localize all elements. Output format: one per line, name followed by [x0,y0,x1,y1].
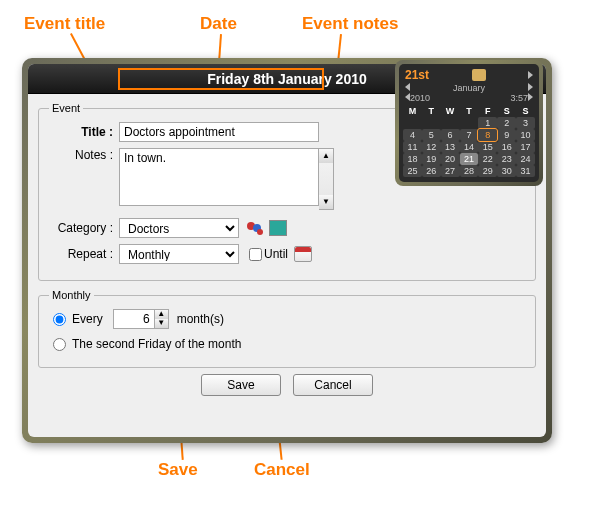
calendar-day[interactable]: 3 [516,117,535,129]
month-prev-icon[interactable] [405,83,410,91]
dow-header: F [478,105,497,117]
calendar-day[interactable]: 12 [422,141,441,153]
repeat-select[interactable]: Monthly [119,244,239,264]
calendar-day[interactable]: 15 [478,141,497,153]
calendar-day[interactable]: 30 [497,165,516,177]
calendar-day[interactable]: 22 [478,153,497,165]
calendar-day[interactable]: 21 [460,153,479,165]
calendar-day[interactable]: 2 [497,117,516,129]
notes-label: Notes : [49,148,119,162]
calendar-day[interactable]: 19 [422,153,441,165]
title-input[interactable] [119,122,319,142]
annotation-cancel: Cancel [254,460,310,480]
calendar-day[interactable]: 1 [478,117,497,129]
notes-scrollbar[interactable]: ▲▼ [319,148,334,210]
category-color-swatch[interactable] [269,220,287,236]
annotation-save: Save [158,460,198,480]
calendar-day [460,117,479,129]
repeat-label: Repeat : [49,247,119,261]
every-value-input[interactable] [114,312,154,326]
spinner-down-icon[interactable]: ▼ [154,319,168,328]
calendar-day[interactable]: 24 [516,153,535,165]
calendar-day[interactable]: 4 [403,129,422,141]
calendar-day[interactable]: 10 [516,129,535,141]
calendar-gadget: 21st January 2010 3:57 MTWTFSS 123456789… [395,60,543,186]
calendar-day[interactable]: 25 [403,165,422,177]
annotation-event-title: Event title [24,14,105,34]
dow-header: S [516,105,535,117]
every-radio[interactable] [53,313,66,326]
monthly-fieldset: Monthly Every ▲ ▼ month(s) The second Fr… [38,289,536,368]
svg-point-2 [257,229,263,235]
calendar-day[interactable]: 11 [403,141,422,153]
event-legend: Event [49,102,83,114]
dow-header: W [441,105,460,117]
category-label: Category : [49,221,119,235]
every-unit: month(s) [177,312,224,326]
monthly-legend: Monthly [49,289,94,301]
calendar-day [422,117,441,129]
calendar-day[interactable]: 29 [478,165,497,177]
gadget-time: 3:57 [510,93,528,103]
title-label: Title : [49,125,119,139]
home-icon[interactable] [472,69,486,81]
annotation-event-notes: Event notes [302,14,398,34]
until-checkbox[interactable] [249,248,262,261]
calendar-day[interactable]: 28 [460,165,479,177]
calendar-day[interactable]: 7 [460,129,479,141]
until-label: Until [264,247,288,261]
calendar-day[interactable]: 17 [516,141,535,153]
cancel-button[interactable]: Cancel [293,374,373,396]
every-label: Every [72,312,103,326]
calendar-day[interactable]: 6 [441,129,460,141]
calendar-icon[interactable] [294,246,312,262]
category-select[interactable]: Doctors [119,218,239,238]
month-next-icon[interactable] [528,83,533,91]
calendar-day[interactable]: 9 [497,129,516,141]
mini-calendar: MTWTFSS 12345678910111213141516171819202… [403,105,535,177]
gadget-month: January [453,83,485,93]
dow-header: T [460,105,479,117]
every-spinner[interactable]: ▲ ▼ [113,309,169,329]
calendar-day [403,117,422,129]
gadget-day: 21st [405,68,429,82]
calendar-day [441,117,460,129]
calendar-day[interactable]: 27 [441,165,460,177]
gadget-next-icon[interactable] [528,71,533,79]
calendar-day[interactable]: 23 [497,153,516,165]
nth-weekday-radio[interactable] [53,338,66,351]
calendar-day[interactable]: 14 [460,141,479,153]
gadget-year: 2010 [410,93,430,103]
calendar-day[interactable]: 13 [441,141,460,153]
calendar-day[interactable]: 31 [516,165,535,177]
save-button[interactable]: Save [201,374,281,396]
calendar-day[interactable]: 20 [441,153,460,165]
calendar-day[interactable]: 26 [422,165,441,177]
calendar-day[interactable]: 18 [403,153,422,165]
window-title: Friday 8th January 2010 [207,71,367,87]
category-manage-icon[interactable] [245,220,265,236]
dow-header: S [497,105,516,117]
dow-header: T [422,105,441,117]
year-next-icon[interactable] [528,93,533,101]
dow-header: M [403,105,422,117]
calendar-day[interactable]: 8 [478,129,497,141]
annotation-date: Date [200,14,237,34]
calendar-day[interactable]: 16 [497,141,516,153]
calendar-day[interactable]: 5 [422,129,441,141]
nth-weekday-label: The second Friday of the month [72,337,241,351]
notes-input[interactable] [119,148,319,206]
